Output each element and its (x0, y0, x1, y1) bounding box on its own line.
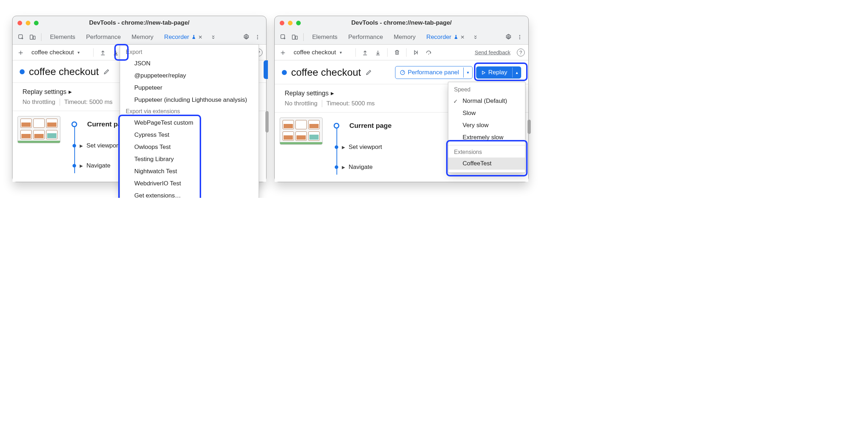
menu-separator (448, 145, 525, 145)
import-icon[interactable] (98, 48, 108, 58)
export-owloops[interactable]: Owloops Test (120, 141, 259, 153)
import-icon[interactable] (360, 48, 370, 58)
svg-rect-9 (292, 35, 295, 39)
tab-recorder[interactable]: Recorder ✕ (159, 31, 208, 43)
separator (41, 33, 41, 41)
replay-speed-dropdown: Speed ✓ Normal (Default) Slow Very slow … (448, 82, 525, 173)
edit-icon[interactable] (365, 69, 372, 76)
export-puppeteer-lighthouse[interactable]: Puppeteer (including Lighthouse analysis… (120, 94, 259, 106)
scrollbar[interactable] (528, 120, 531, 134)
export-webdriverio[interactable]: WebdriverIO Test (120, 178, 259, 190)
export-icon[interactable] (111, 48, 121, 58)
inspect-icon[interactable] (16, 32, 26, 42)
perf-panel-dropdown-icon[interactable]: ▾ (463, 68, 472, 78)
replay-button-partial[interactable] (264, 60, 268, 79)
new-recording-button[interactable]: ＋ (16, 47, 25, 58)
extension-coffeetest[interactable]: CoffeeTest (448, 158, 525, 170)
svg-point-15 (428, 54, 429, 54)
svg-point-11 (508, 36, 509, 38)
close-tab-icon[interactable]: ✕ (198, 34, 203, 40)
timeout-value: Timeout: 5000 ms (60, 99, 113, 106)
replay-button[interactable]: Replay ▴ (476, 66, 521, 79)
svg-point-12 (519, 35, 520, 36)
export-get-extensions[interactable]: Get extensions… (120, 190, 259, 198)
tab-elements[interactable]: Elements (307, 31, 343, 43)
step-navigate[interactable]: Navigate (349, 164, 373, 171)
check-icon: ✓ (453, 98, 458, 105)
device-toggle-icon[interactable] (28, 32, 38, 42)
devtools-tabbar: Elements Performance Memory Recorder ✕ (13, 30, 266, 45)
send-feedback-link[interactable]: Send feedback (475, 49, 510, 55)
speed-very-slow[interactable]: Very slow (448, 119, 525, 131)
svg-point-6 (257, 38, 258, 39)
export-puppeteer-replay[interactable]: @puppeteer/replay (120, 70, 259, 82)
export-header: Export (120, 47, 259, 58)
step-navigate[interactable]: Navigate (86, 162, 110, 169)
close-window-button[interactable] (18, 21, 22, 25)
tab-performance[interactable]: Performance (81, 31, 126, 43)
caret-right-icon: ▸ (69, 88, 72, 96)
close-tab-icon[interactable]: ✕ (460, 34, 465, 40)
throttle-value: No throttling (285, 100, 318, 107)
svg-point-13 (519, 36, 520, 38)
replay-dropdown-icon[interactable]: ▴ (512, 68, 521, 78)
tab-elements[interactable]: Elements (45, 31, 80, 43)
svg-point-5 (257, 36, 258, 38)
maximize-window-button[interactable] (296, 21, 301, 25)
minimize-window-button[interactable] (288, 21, 293, 25)
kebab-menu-icon[interactable] (253, 32, 263, 42)
traffic-lights (18, 21, 39, 25)
maximize-window-button[interactable] (34, 21, 39, 25)
svg-point-14 (519, 38, 520, 39)
step-set-viewport[interactable]: Set viewport (349, 144, 382, 151)
edit-icon[interactable] (103, 69, 110, 75)
close-window-button[interactable] (280, 21, 284, 25)
recording-select-label: coffee checkout (31, 49, 74, 56)
timeout-value: Timeout: 5000 ms (322, 100, 375, 107)
tab-recorder-label: Recorder (426, 34, 452, 41)
speed-extremely-slow[interactable]: Extremely slow (448, 131, 525, 144)
recorder-toolbar: ＋ coffee checkout ▾ Send feedback ? (275, 45, 528, 60)
tab-performance[interactable]: Performance (343, 31, 388, 43)
scrollbar[interactable] (265, 111, 269, 132)
recording-select[interactable]: coffee checkout ▾ (28, 48, 89, 58)
export-cypress[interactable]: Cypress Test (120, 129, 259, 141)
chevron-down-icon: ▾ (340, 50, 342, 55)
export-webpagetest[interactable]: WebPageTest custom (120, 117, 259, 129)
svg-point-4 (257, 35, 258, 36)
separator (303, 33, 304, 41)
export-puppeteer[interactable]: Puppeteer (120, 82, 259, 94)
step-over-icon[interactable] (424, 48, 434, 58)
export-icon[interactable] (373, 48, 383, 58)
chevron-down-icon: ▾ (78, 50, 80, 55)
export-dropdown: Export JSON @puppeteer/replay Puppeteer … (120, 44, 259, 198)
more-tabs-icon[interactable] (208, 32, 218, 42)
recording-select[interactable]: coffee checkout ▾ (290, 48, 351, 58)
recording-title: coffee checkout (291, 67, 361, 78)
delete-icon[interactable] (392, 48, 402, 58)
kebab-menu-icon[interactable] (515, 32, 525, 42)
recording-status-dot (20, 69, 25, 74)
tab-memory[interactable]: Memory (389, 31, 420, 43)
recording-select-label: coffee checkout (294, 49, 336, 56)
help-icon[interactable]: ? (517, 49, 525, 56)
performance-panel-button[interactable]: Performance panel ▾ (395, 66, 473, 79)
continue-icon[interactable] (411, 48, 421, 58)
export-nightwatch[interactable]: Nightwatch Test (120, 165, 259, 178)
speed-slow[interactable]: Slow (448, 107, 525, 119)
settings-gear-icon[interactable] (503, 32, 513, 42)
gauge-icon (400, 70, 405, 75)
inspect-icon[interactable] (278, 32, 288, 42)
export-testing-library[interactable]: Testing Library (120, 153, 259, 165)
speed-normal[interactable]: ✓ Normal (Default) (448, 95, 525, 107)
minimize-window-button[interactable] (26, 21, 30, 25)
more-tabs-icon[interactable] (470, 32, 480, 42)
device-toggle-icon[interactable] (290, 32, 300, 42)
tab-memory[interactable]: Memory (126, 31, 158, 43)
step-set-viewport[interactable]: Set viewport (86, 142, 120, 149)
tab-recorder[interactable]: Recorder ✕ (421, 31, 470, 43)
new-recording-button[interactable]: ＋ (278, 47, 288, 58)
settings-gear-icon[interactable] (241, 32, 251, 42)
extensions-header: Extensions (448, 147, 525, 158)
export-json[interactable]: JSON (120, 58, 259, 70)
